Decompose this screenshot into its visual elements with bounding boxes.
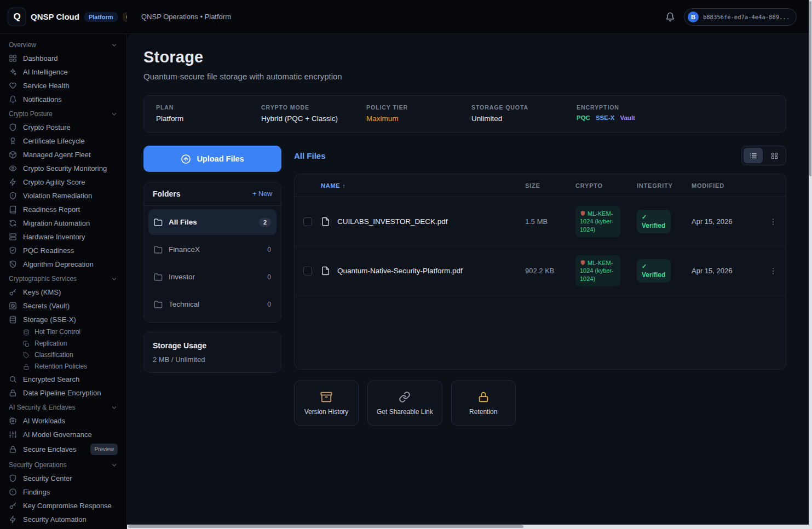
sidebar-item-encrypted-search[interactable]: Encrypted Search xyxy=(0,372,126,386)
shield-icon xyxy=(9,123,17,131)
file-row[interactable]: Quantum-Native-Security-Platform.pdf902.… xyxy=(295,246,786,296)
sidebar-item-violation-remediation[interactable]: Violation Remediation xyxy=(0,189,126,203)
sidebar-section-label: AI Security & Enclaves xyxy=(9,404,75,411)
vault-icon xyxy=(9,302,17,310)
lock-icon xyxy=(477,391,489,403)
upload-files-button[interactable]: Upload Files xyxy=(143,146,281,172)
upload-icon xyxy=(181,154,191,164)
book-icon xyxy=(9,205,17,214)
sidebar-item-dashboard[interactable]: Dashboard xyxy=(0,51,126,65)
main-content: Storage Quantum-secure file storage with… xyxy=(127,34,809,525)
sidebar-item-key-compromise-response[interactable]: Key Compromise Response xyxy=(0,499,126,513)
action-get-shareable-link[interactable]: Get Shareable Link xyxy=(367,381,442,426)
row-checkbox[interactable] xyxy=(303,267,312,275)
folder-item-all-files[interactable]: All Files2 xyxy=(148,209,277,235)
folder-item-technical[interactable]: Technical0 xyxy=(148,291,277,317)
sidebar-item-migration-automation[interactable]: Migration Automation xyxy=(0,216,126,230)
sidebar-item-pqc-readiness[interactable]: PQC Readiness xyxy=(0,244,126,257)
sidebar-subitem-replication[interactable]: Replication xyxy=(0,338,126,349)
info-item-encryption: ENCRYPTIONPQCSSE-XVault xyxy=(577,104,682,121)
breadcrumb[interactable]: QNSP Operations • Platform xyxy=(141,13,665,21)
grid-view-button[interactable] xyxy=(765,148,784,163)
sidebar-subitem-label: Replication xyxy=(34,339,67,348)
sidebar-section-ai-security-enclaves[interactable]: AI Security & Enclaves xyxy=(0,400,126,414)
column-header-modified[interactable]: MODIFIED xyxy=(692,182,761,189)
sidebar-item-secrets-vault[interactable]: Secrets (Vault) xyxy=(0,299,126,313)
file-row[interactable]: CUILABS_INVESTOR_DECK.pdf1.5 MBML-KEM-10… xyxy=(295,197,786,246)
sidebar-item-data-pipeline-encryption[interactable]: Data Pipeline Encryption xyxy=(0,386,126,400)
sidebar-item-security-automation[interactable]: Security Automation xyxy=(0,513,126,526)
sidebar-item-managed-agent-fleet[interactable]: Managed Agent Fleet xyxy=(0,148,126,162)
sidebar-item-certificate-lifecycle[interactable]: Certificate Lifecycle xyxy=(0,134,126,148)
kebab-icon[interactable] xyxy=(769,217,778,226)
horizontal-scrollbar[interactable] xyxy=(127,525,809,529)
sidebar-section-label: Cryptographic Services xyxy=(9,275,77,283)
sidebar-subitem-retention-policies[interactable]: Retention Policies xyxy=(0,361,126,372)
heart-icon xyxy=(9,82,17,90)
encryption-tag-pqc: PQC xyxy=(577,114,590,121)
sidebar-item-label: Security Center xyxy=(23,474,72,483)
vertical-scrollbar-thumb[interactable] xyxy=(809,1,811,176)
sidebar-item-secure-enclaves[interactable]: Secure EnclavesPreview xyxy=(0,441,126,457)
grid-icon xyxy=(9,54,17,62)
sidebar-item-storage-sse-x[interactable]: Storage (SSE-X) xyxy=(0,313,126,326)
row-checkbox[interactable] xyxy=(303,217,312,226)
user-menu[interactable]: B b88356fe-ed7a-4e4a-889... xyxy=(684,8,797,26)
column-header-integrity[interactable]: INTEGRITY xyxy=(637,182,692,189)
sidebar-item-readiness-report[interactable]: Readiness Report xyxy=(0,203,126,216)
sidebar-item-security-center[interactable]: Security Center xyxy=(0,472,126,485)
horizontal-scrollbar-thumb[interactable] xyxy=(128,525,523,528)
column-header-size[interactable]: SIZE xyxy=(525,182,575,189)
folder-icon xyxy=(154,245,163,254)
vertical-scrollbar[interactable] xyxy=(809,0,812,529)
database-icon xyxy=(9,315,17,324)
list-view-button[interactable] xyxy=(744,148,763,163)
sidebar-item-crypto-security-monitoring[interactable]: Crypto Security Monitoring xyxy=(0,162,126,175)
bell-icon[interactable] xyxy=(665,12,675,22)
sidebar-item-hardware-inventory[interactable]: Hardware Inventory xyxy=(0,230,126,244)
sidebar-item-findings[interactable]: Findings xyxy=(0,485,126,499)
action-retention[interactable]: Retention xyxy=(451,381,516,426)
sidebar-item-crypto-posture[interactable]: Crypto Posture xyxy=(0,120,126,134)
sidebar-section-crypto-posture[interactable]: Crypto Posture xyxy=(0,106,126,120)
sidebar-item-notifications[interactable]: Notifications xyxy=(0,93,126,106)
certificate-icon xyxy=(9,137,17,145)
chip-icon xyxy=(9,417,17,425)
sidebar-section-cryptographic-services[interactable]: Cryptographic Services xyxy=(0,271,126,285)
sidebar-item-service-health[interactable]: Service Health xyxy=(0,79,126,93)
sidebar-item-ai-model-governance[interactable]: AI Model Governance xyxy=(0,428,126,441)
folder-item-financex[interactable]: FinanceX0 xyxy=(148,237,277,262)
kebab-icon[interactable] xyxy=(769,267,778,275)
chevron-down-icon xyxy=(111,275,118,283)
folder-icon xyxy=(154,273,163,281)
column-header-crypto[interactable]: CRYPTO xyxy=(575,182,637,189)
folder-label: Investor xyxy=(169,273,195,281)
sidebar-item-label: Encrypted Search xyxy=(23,375,79,384)
folder-list: All Files2FinanceX0Investor0Technical0 xyxy=(144,209,281,317)
new-folder-button[interactable]: + New xyxy=(252,190,272,198)
refresh-icon xyxy=(9,219,17,227)
sidebar-item-ai-intelligence[interactable]: AI Intelligence xyxy=(0,65,126,79)
sidebar-subitem-classification[interactable]: Classification xyxy=(0,349,126,361)
action-label: Retention xyxy=(469,408,497,416)
sidebar-item-ai-workloads[interactable]: AI Workloads xyxy=(0,414,126,428)
column-header-name[interactable]: NAME ↑ xyxy=(321,182,525,189)
sidebar-item-keys-kms[interactable]: Keys (KMS) xyxy=(0,285,126,299)
alert-circle-icon xyxy=(9,488,17,496)
sidebar-section-security-operations[interactable]: Security Operations xyxy=(0,457,126,472)
folder-item-investor[interactable]: Investor0 xyxy=(148,264,277,290)
folder-count: 0 xyxy=(267,273,271,281)
sidebar-subitem-label: Retention Policies xyxy=(34,362,87,371)
sidebar-item-algorithm-deprecation[interactable]: Algorithm Deprecation xyxy=(0,257,126,271)
folder-label: Technical xyxy=(169,300,199,308)
sidebar-section-overview[interactable]: Overview xyxy=(0,37,126,51)
brand-logo[interactable]: Q xyxy=(8,8,26,26)
encryption-tag-sse-x: SSE-X xyxy=(596,114,615,121)
sidebar-item-crypto-agility-score[interactable]: Crypto Agility Score xyxy=(0,175,126,189)
info-value: Unlimited xyxy=(471,114,577,123)
sidebar-subitem-hot-tier-control[interactable]: Hot Tier Control xyxy=(0,326,126,338)
sidebar-item-label: Findings xyxy=(23,487,50,497)
files-table: NAME ↑SIZECRYPTOINTEGRITYMODIFIED CUILAB… xyxy=(294,174,786,370)
action-version-history[interactable]: Version History xyxy=(294,381,359,426)
folder-count: 2 xyxy=(259,218,271,227)
